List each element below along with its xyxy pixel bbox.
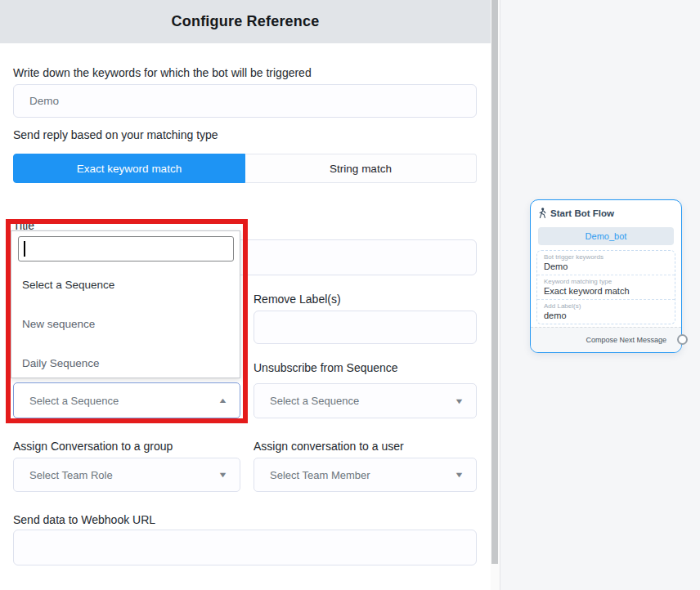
tab-string-match[interactable]: String match: [245, 154, 477, 183]
matching-type-label: Send reply based on your matching type: [13, 128, 218, 141]
keywords-input[interactable]: Demo: [13, 84, 477, 118]
configure-panel: Configure Reference Write down the keywo…: [0, 0, 491, 590]
sequence-option-new-sequence[interactable]: New sequence: [22, 318, 95, 330]
chevron-down-icon: ▼: [454, 471, 464, 479]
start-bot-flow-node[interactable]: Start Bot Flow Demo_bot Bot trigger keyw…: [530, 199, 682, 353]
flow-canvas: Start Bot Flow Demo_bot Bot trigger keyw…: [500, 0, 700, 590]
assign-group-select[interactable]: Select Team Role ▼: [13, 458, 240, 492]
webhook-label: Send data to Webhook URL: [13, 513, 155, 526]
bot-name-button[interactable]: Demo_bot: [538, 227, 674, 245]
remove-labels-label: Remove Label(s): [254, 293, 341, 306]
keywords-label: Write down the keywords for which the bo…: [13, 66, 312, 79]
node-field-trigger-keywords: Bot trigger keywords Demo: [537, 251, 675, 275]
sequence-option-daily-sequence[interactable]: Daily Sequence: [22, 357, 100, 369]
chevron-down-icon: ▼: [454, 397, 464, 405]
sequence-dropdown-panel: Select a Sequence New sequence Daily Seq…: [11, 230, 240, 378]
node-title: Start Bot Flow: [550, 208, 614, 218]
page-title: Configure Reference: [172, 13, 320, 30]
unsubscribe-select[interactable]: Select a Sequence ▼: [254, 383, 477, 418]
node-field-add-labels: Add Label(s) demo: [537, 300, 675, 324]
tab-exact-keyword-match[interactable]: Exact keyword match: [13, 154, 245, 183]
assign-user-select[interactable]: Select Team Member ▼: [254, 458, 477, 492]
unsubscribe-label: Unsubscribe from Sequence: [254, 361, 398, 374]
keywords-input-value: Demo: [29, 95, 59, 107]
scrollbar-thumb[interactable]: [491, 0, 498, 564]
panel-header: Configure Reference: [0, 0, 491, 43]
matching-type-tabs: Exact keyword match String match: [13, 154, 477, 183]
node-header: Start Bot Flow: [539, 208, 614, 218]
connector-handle[interactable]: [677, 334, 688, 345]
app-window: Configure Reference Write down the keywo…: [0, 0, 700, 590]
remove-labels-input[interactable]: [254, 311, 477, 344]
chevron-down-icon: ▼: [218, 471, 227, 479]
subscribe-sequence-select[interactable]: Select a Sequence ▲: [13, 382, 240, 418]
sequence-search-input[interactable]: [18, 236, 234, 261]
webhook-input[interactable]: [13, 530, 477, 565]
assign-group-label: Assign Conversation to a group: [13, 440, 173, 453]
node-field-list: Bot trigger keywords Demo Keyword matchi…: [536, 250, 675, 324]
assign-user-label: Assign conversation to a user: [254, 440, 404, 453]
compose-next-message-label[interactable]: Compose Next Message: [586, 336, 666, 344]
text-caret: [24, 241, 25, 257]
chevron-up-icon: ▲: [218, 396, 227, 405]
node-field-matching-type: Keyword matching type Exact keyword matc…: [537, 275, 675, 300]
sequence-option-select-a-sequence[interactable]: Select a Sequence: [22, 279, 114, 291]
walking-person-icon: [539, 208, 546, 218]
node-footer: Compose Next Message: [531, 327, 681, 352]
vertical-scrollbar[interactable]: [491, 0, 500, 590]
